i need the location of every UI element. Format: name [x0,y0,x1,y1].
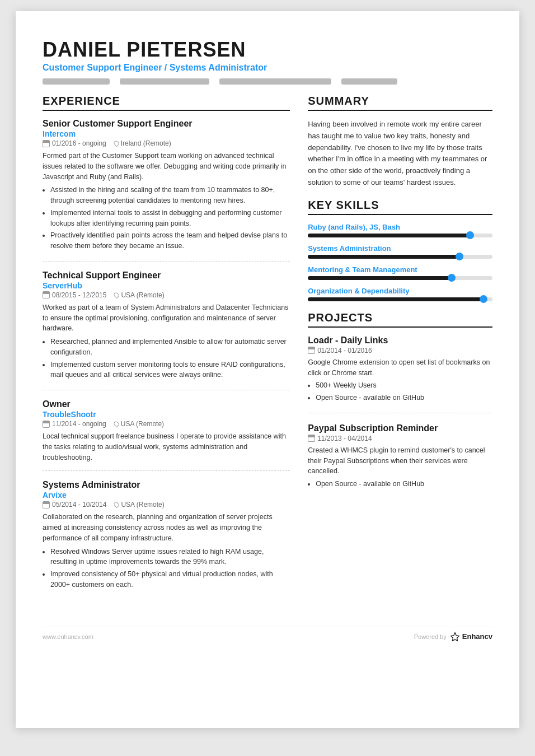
summary-section-title: SUMMARY [308,95,492,111]
experience-section: EXPERIENCE Senior Customer Support Engin… [43,95,290,600]
powered-by-label: Powered by [414,633,447,640]
project-bullet: Open Source - available on GitHub [316,479,492,489]
exp-company: Intercom [43,129,290,138]
key-skills-section: KEY SKILLS Ruby (and Rails), JS, Bash Sy… [308,199,492,301]
skill-item: Organization & Dependability [308,287,492,301]
resume-footer: www.enhancv.com Powered by Enhancv [43,627,492,642]
experience-entries: Senior Customer Support Engineer Interco… [43,119,290,600]
exp-meta: 08/2015 - 12/2015 USA (Remote) [43,291,290,299]
calendar-icon [43,501,50,508]
skill-label: Systems Administration [308,244,492,253]
location-icon [113,291,120,298]
project-description: Google Chrome extension to open set list… [308,357,492,379]
exp-description: Collaborated on the research, planning a… [43,512,290,543]
contact-blurred-3 [219,78,331,85]
exp-company: Arvixe [43,491,290,500]
footer-brand: Powered by Enhancv [414,632,492,642]
exp-date: 11/2014 - ongoing [43,420,106,428]
exp-entry: Systems Administrator Arvixe 05/2014 - 1… [43,480,290,599]
project-title: Paypal Subscription Reminder [308,423,492,433]
location-icon [112,140,120,147]
calendar-icon [308,347,315,354]
project-entry: Loadr - Daily Links 01/2014 - 01/2016 Go… [308,335,492,413]
skill-item: Systems Administration [308,244,492,259]
exp-date: 08/2015 - 12/2015 [43,291,106,299]
project-bullet: Open Source - available on GitHub [316,393,492,403]
two-col-layout: EXPERIENCE Senior Customer Support Engin… [43,95,492,610]
exp-description: Worked as part of a team of System Admin… [43,302,290,334]
calendar-icon [43,140,50,147]
exp-company: ServerHub [43,281,290,290]
skills-section-title: KEY SKILLS [308,199,492,215]
contact-blurred-1 [43,78,110,85]
header: DANIEL PIETERSEN Customer Support Engine… [43,38,492,85]
skill-bar-track [308,255,492,259]
location-icon [113,501,120,508]
exp-date: 05/2014 - 10/2014 [43,501,106,508]
exp-bullet: Improved consistency of 50+ physical and… [50,569,290,590]
skill-label: Mentoring & Team Management [308,265,492,274]
exp-entry: Senior Customer Support Engineer Interco… [43,119,290,262]
project-description: Created a WHMCS plugin to remind custome… [308,445,492,477]
contact-blurred-4 [341,78,397,85]
exp-location: USA (Remote) [114,291,164,299]
summary-section: SUMMARY Having been involved in remote w… [308,95,492,189]
skill-bar-dot [466,231,474,239]
skill-item: Ruby (and Rails), JS, Bash [308,223,492,237]
left-column: EXPERIENCE Senior Customer Support Engin… [43,95,290,610]
skills-entries: Ruby (and Rails), JS, Bash Systems Admin… [308,223,492,301]
exp-location: USA (Remote) [114,420,164,428]
project-title: Loadr - Daily Links [308,335,492,346]
project-bullet: 500+ Weekly Users [316,380,492,391]
exp-date: 01/2016 - ongoing [43,139,106,147]
exp-meta: 01/2016 - ongoing Ireland (Remote) [43,139,290,147]
exp-meta: 05/2014 - 10/2014 USA (Remote) [43,501,290,508]
footer-website: www.enhancv.com [43,633,93,640]
skill-bar-fill [308,234,470,237]
enhancv-icon [450,632,460,642]
exp-description: Formed part of the Customer Support team… [43,151,290,182]
exp-job-title: Technical Support Engineer [43,270,290,281]
right-column: SUMMARY Having been involved in remote w… [308,95,492,610]
skill-bar-dot [480,295,487,303]
exp-location: USA (Remote) [114,501,164,508]
exp-job-title: Systems Administrator [43,480,290,490]
skill-bar-dot [456,253,463,260]
skill-label: Organization & Dependability [308,287,492,295]
contact-info [43,78,492,85]
candidate-title: Customer Support Engineer / Systems Admi… [43,63,492,73]
skill-label: Ruby (and Rails), JS, Bash [308,223,492,231]
experience-section-title: EXPERIENCE [43,95,290,111]
exp-bullet: Resolved Windows Server uptime issues re… [50,547,290,568]
skill-bar-track [308,297,492,301]
skill-bar-fill [308,276,452,280]
resume-page: DANIEL PIETERSEN Customer Support Engine… [16,11,519,728]
projects-section: PROJECTS Loadr - Daily Links 01/2014 - 0… [308,311,492,499]
exp-bullet: Implemented custom server monitoring too… [50,360,290,381]
skill-bar-track [308,276,492,280]
enhancv-logo: Enhancv [450,632,492,642]
skill-bar-dot [448,274,456,282]
exp-description: Local technical support freelance busine… [43,431,290,463]
exp-entry: Owner TroubleShootr 11/2014 - ongoing US… [43,399,290,471]
project-entry: Paypal Subscription Reminder 11/2013 - 0… [308,423,492,499]
calendar-icon [43,291,50,298]
project-meta: 01/2014 - 01/2016 [308,347,492,354]
exp-job-title: Senior Customer Support Engineer [43,119,290,129]
location-icon [112,421,120,428]
candidate-name: DANIEL PIETERSEN [43,38,492,62]
projects-section-title: PROJECTS [308,311,492,328]
calendar-icon [308,435,315,442]
exp-bullet: Researched, planned and implemented Ansi… [50,337,290,358]
enhancv-brand-name: Enhancv [462,632,492,641]
calendar-icon [43,421,50,428]
skill-item: Mentoring & Team Management [308,265,492,280]
project-meta: 11/2013 - 04/2014 [308,435,492,442]
skill-bar-fill [308,255,459,259]
exp-meta: 11/2014 - ongoing USA (Remote) [43,420,290,428]
summary-text: Having been involved in remote work my e… [308,119,492,189]
exp-company: TroubleShootr [43,410,290,419]
exp-bullet: Assisted in the hiring and scaling of th… [50,185,290,206]
project-entries: Loadr - Daily Links 01/2014 - 01/2016 Go… [308,335,492,499]
exp-bullet: Proactively identified pain points acros… [50,230,290,251]
